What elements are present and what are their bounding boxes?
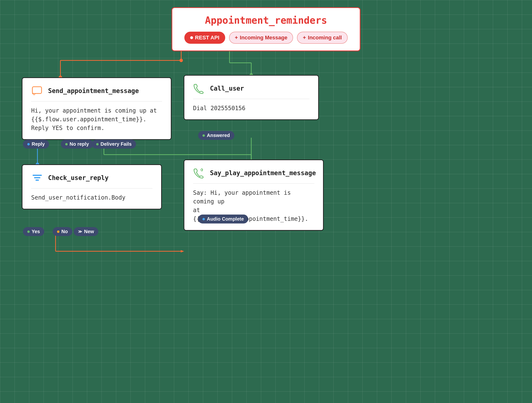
new-badge[interactable]: ≫ New [74, 227, 98, 236]
send-appointment-message-card: Send_appointment_message Hi, your appoin… [22, 77, 172, 140]
reply-label: Reply [32, 141, 45, 147]
answered-dot [202, 134, 205, 137]
reply-badge[interactable]: Reply [23, 140, 49, 149]
svg-rect-25 [34, 177, 40, 178]
new-chevron-icon: ≫ [78, 229, 82, 234]
call-user-card: Call_user Dial 2025550156 [184, 75, 319, 120]
audio-complete-label: Audio Complete [207, 216, 244, 222]
no-reply-dot [65, 143, 68, 145]
svg-marker-20 [181, 250, 184, 252]
delivery-fails-badge[interactable]: Delivery Fails [92, 140, 136, 149]
check-user-reply-card: Check_user_reply Send_user_notification.… [22, 164, 162, 209]
no-label: No [61, 229, 68, 234]
send-message-body: Hi, your appointment is coming up at {{$… [31, 106, 162, 132]
no-reply-badge[interactable]: No reply [61, 140, 93, 149]
rest-api-label: REST API [195, 35, 219, 41]
filter-icon [31, 172, 43, 184]
delivery-fails-dot [96, 143, 99, 145]
plus-icon-call: + [303, 35, 306, 41]
plus-icon-msg: + [235, 35, 238, 41]
trigger-buttons: REST API + Incoming Message + Incoming c… [184, 32, 348, 44]
svg-point-3 [180, 59, 183, 62]
say-play-title: Say_play_appointment_message [210, 169, 316, 177]
call-user-body: Dial 2025550156 [193, 104, 309, 113]
send-message-header: Send_appointment_message [31, 85, 162, 101]
answered-badge[interactable]: Answered [198, 131, 234, 140]
trigger-block: Appointment_reminders REST API + Incomin… [172, 7, 360, 51]
check-reply-body: Send_user_notification.Body [31, 193, 152, 202]
no-badge[interactable]: No [53, 227, 72, 236]
send-message-title: Send_appointment_message [48, 87, 139, 94]
call-user-header: Call_user [193, 82, 309, 99]
call-user-title: Call_user [210, 85, 244, 92]
svg-point-22 [131, 250, 135, 253]
new-label: New [84, 229, 94, 234]
no-reply-label: No reply [70, 141, 89, 147]
incoming-message-label: Incoming Message [240, 35, 288, 41]
yes-label: Yes [32, 229, 40, 234]
incoming-message-button[interactable]: + Incoming Message [229, 32, 293, 44]
svg-rect-24 [33, 175, 42, 176]
yes-badge[interactable]: Yes [23, 227, 44, 236]
svg-rect-26 [36, 180, 39, 181]
say-play-header: Say_play_appointment_message [193, 167, 314, 184]
check-reply-title: Check_user_reply [48, 174, 108, 181]
check-reply-header: Check_user_reply [31, 172, 152, 188]
audio-complete-badge[interactable]: Audio Complete [198, 215, 248, 223]
trigger-title: Appointment_reminders [184, 15, 348, 26]
yes-dot [27, 230, 30, 233]
incoming-call-button[interactable]: + Incoming call [297, 32, 347, 44]
answered-label: Answered [207, 133, 230, 138]
rest-api-dot [190, 36, 193, 39]
incoming-call-label: Incoming call [308, 35, 342, 41]
phone-icon-call [193, 82, 205, 94]
svg-rect-23 [32, 87, 42, 94]
reply-dot [27, 143, 30, 145]
phone-icon-say [193, 167, 205, 179]
delivery-fails-label: Delivery Fails [101, 141, 132, 147]
audio-complete-dot [202, 218, 205, 220]
no-dot [57, 230, 59, 233]
rest-api-button[interactable]: REST API [184, 32, 225, 44]
chat-bubble-icon [31, 85, 43, 97]
